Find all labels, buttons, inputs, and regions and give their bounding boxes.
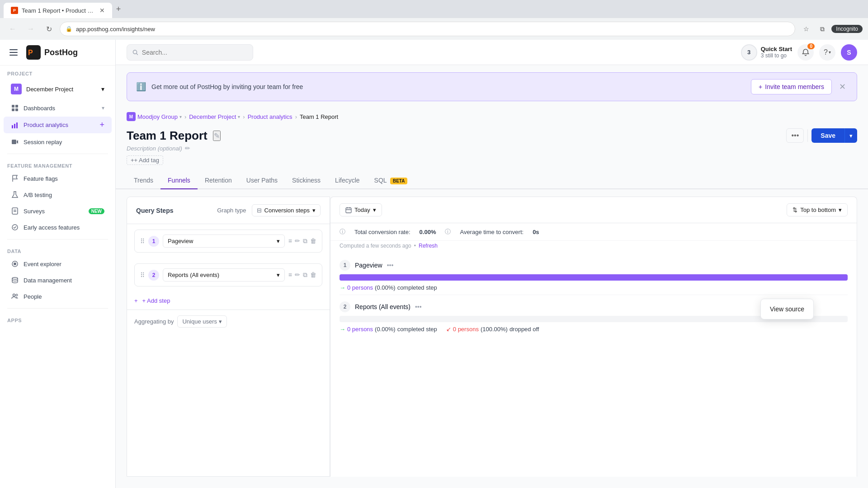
sidebar-item-dashboards[interactable]: Dashboards ▾ (4, 100, 112, 116)
logo-svg: P (26, 45, 41, 60)
user-avatar[interactable]: S (841, 44, 857, 61)
sidebar-item-label: Data management (24, 277, 104, 284)
sidebar-item-ab-testing[interactable]: A/B testing (4, 187, 112, 202)
results-panel: Today ▾ ⇅ Top to bottom ▾ ⓘ Total (330, 197, 857, 477)
svg-rect-0 (9, 49, 18, 50)
step-2-delete-icon[interactable]: 🗑 (310, 271, 316, 279)
step-2-filter-icon[interactable]: ≡ (288, 271, 292, 279)
aggregating-select[interactable]: Unique users ▾ (177, 315, 227, 328)
sidebar-item-data-management[interactable]: Data management (4, 272, 112, 288)
page-title: Team 1 Report (127, 129, 208, 143)
bookmark-button[interactable]: ☆ (799, 22, 813, 36)
notifications-button[interactable]: 0 (797, 44, 814, 61)
people-icon (11, 292, 19, 300)
conv-rate-label: Total conversion rate: (354, 229, 410, 235)
breadcrumb-product-analytics[interactable]: Product analytics (248, 113, 292, 120)
header-actions: 3 Quick Start 3 still to go 0 ? (741, 44, 857, 61)
search-input[interactable] (142, 49, 247, 56)
tab-retention[interactable]: Retention (198, 172, 239, 189)
svg-rect-13 (12, 208, 18, 214)
sidebar-item-feature-flags[interactable]: Feature flags (4, 171, 112, 186)
add-tag-button[interactable]: + + Add tag (127, 155, 163, 165)
project-name: December Project (26, 86, 97, 93)
view-source-button[interactable]: View source (770, 305, 804, 313)
step-1-delete-icon[interactable]: 🗑 (310, 237, 316, 245)
step-1-drag-handle[interactable]: ⠿ (140, 238, 145, 245)
step-1-edit-icon[interactable]: ✏ (295, 237, 300, 245)
description-area: Description (optional) ✏ (127, 145, 857, 152)
graph-type-chevron-icon: ▾ (312, 207, 316, 214)
step-2-event-select[interactable]: Reports (All events) ▾ (163, 268, 285, 282)
breadcrumb-december-project[interactable]: December Project ▾ (189, 113, 240, 120)
menu-toggle-button[interactable] (7, 46, 20, 59)
tab-user-paths[interactable]: User Paths (239, 172, 285, 189)
quick-start[interactable]: 3 Quick Start 3 still to go (741, 44, 792, 61)
help-button[interactable]: ? ▾ (819, 44, 835, 61)
computed-label: Computed a few seconds ago (340, 243, 411, 249)
sidebar-item-label: Surveys (24, 208, 84, 215)
sidebar-item-product-analytics[interactable]: Product analytics + (4, 117, 112, 133)
breadcrumb-moodjoy[interactable]: M Moodjoy Group ▾ (127, 112, 182, 121)
analytics-add-icon[interactable]: + (99, 120, 104, 130)
save-dropdown-button[interactable]: ▾ (844, 128, 857, 143)
breadcrumb-december-label: December Project (189, 113, 236, 120)
tab-funnels[interactable]: Funnels (160, 172, 198, 189)
funnel-step-2-more-button[interactable]: ••• (415, 303, 422, 310)
funnel-step-1-more-button[interactable]: ••• (387, 262, 394, 269)
address-bar[interactable]: 🔒 app.posthog.com/insights/new (60, 22, 795, 36)
step-1-event-select[interactable]: Pageview ▾ (163, 235, 285, 248)
step-2-copy-icon[interactable]: ⧉ (303, 271, 307, 279)
tab-sql[interactable]: SQL BETA (367, 172, 415, 189)
step-1-filter-icon[interactable]: ≡ (288, 237, 292, 245)
tab-close-icon[interactable]: ✕ (99, 7, 105, 14)
sidebar-item-early-access[interactable]: Early access features (4, 220, 112, 235)
sidebar-item-people[interactable]: People (4, 289, 112, 304)
save-button[interactable]: Save (811, 128, 844, 143)
extensions-button[interactable]: ⧉ (815, 22, 830, 36)
sort-icon: ⇅ (793, 206, 797, 213)
more-options-button[interactable]: ••• (786, 128, 804, 143)
beaker-icon (11, 191, 19, 199)
video-icon (11, 138, 19, 146)
sidebar-item-session-replay[interactable]: Session replay (4, 134, 112, 150)
browser-tab[interactable]: P Team 1 Report • Product analy... ✕ (4, 3, 112, 18)
arrow-right-icon: → (340, 284, 345, 291)
graph-type-select[interactable]: ⊟ Conversion steps ▾ (252, 204, 321, 216)
banner-close-button[interactable]: ✕ (837, 80, 848, 94)
funnel-step-2-name: Reports (All events) (355, 303, 410, 310)
edit-title-button[interactable]: ✎ (213, 131, 221, 141)
sidebar-item-event-explorer[interactable]: Event explorer (4, 256, 112, 272)
breadcrumb-sep-2: › (243, 113, 245, 120)
quick-start-text: Quick Start 3 still to go (761, 46, 792, 59)
plus-icon: + (759, 83, 762, 90)
tab-stickiness[interactable]: Stickiness (285, 172, 328, 189)
agg-chevron-icon: ▾ (219, 318, 222, 325)
step-2-drag-handle[interactable]: ⠿ (140, 272, 145, 279)
step-2-edit-icon[interactable]: ✏ (295, 271, 300, 279)
svg-point-20 (13, 294, 15, 296)
conversion-info: ⓘ Total conversion rate: 0.00% ⓘ Average… (330, 223, 857, 241)
add-step-button[interactable]: + + Add step (127, 292, 330, 310)
project-selector[interactable]: M December Project ▾ (4, 80, 112, 98)
invite-team-button[interactable]: + Invite team members (751, 79, 832, 94)
back-button[interactable]: ← (5, 22, 20, 36)
sidebar-item-surveys[interactable]: Surveys NEW (4, 203, 112, 219)
browser-tabs: P Team 1 Report • Product analy... ✕ + (0, 0, 868, 18)
edit-description-button[interactable]: ✏ (185, 145, 190, 152)
new-tab-button[interactable]: + (112, 3, 125, 15)
data-section-label: DATA (0, 243, 115, 256)
search-bar[interactable] (127, 44, 253, 61)
date-selector[interactable]: Today ▾ (340, 203, 382, 216)
invite-banner: ℹ️ Get more out of PostHog by inviting y… (127, 72, 857, 101)
tab-lifecycle[interactable]: Lifecycle (328, 172, 367, 189)
filter-icon: ⊟ (257, 207, 262, 214)
step-2-actions: ≡ ✏ ⧉ 🗑 (288, 271, 316, 279)
step-1-copy-icon[interactable]: ⧉ (303, 237, 307, 245)
order-selector[interactable]: ⇅ Top to bottom ▾ (787, 203, 848, 216)
refresh-link[interactable]: Refresh (419, 243, 438, 249)
reload-button[interactable]: ↻ (42, 22, 56, 36)
tab-trends[interactable]: Trends (127, 172, 160, 189)
forward-button[interactable]: → (24, 22, 38, 36)
grid-icon (11, 104, 19, 112)
funnel-step-1-header: 1 Pageview ••• (340, 260, 848, 271)
